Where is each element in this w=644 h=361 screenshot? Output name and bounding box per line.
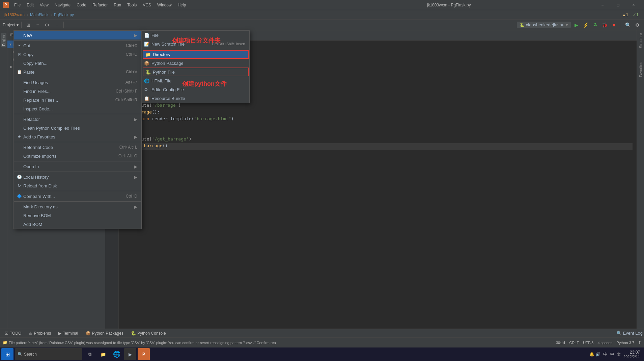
cm-item-favorites[interactable]: ★ Add to Favorites ▶ bbox=[14, 132, 141, 141]
code-29 bbox=[123, 130, 633, 136]
chevron-down-icon: ▾ bbox=[566, 22, 568, 27]
sm-item-pyfile[interactable]: 🐍 Python File bbox=[143, 68, 249, 76]
toolbar-separator bbox=[21, 22, 22, 28]
sm-item-resourcebundle[interactable]: 📋 Resource Bundle bbox=[142, 94, 249, 103]
menu-refactor[interactable]: Refactor bbox=[90, 2, 110, 8]
cm-item-removebom[interactable]: Remove BOM bbox=[14, 211, 141, 220]
line-col-indicator[interactable]: 30:14 bbox=[556, 341, 565, 345]
project-name[interactable]: jk1803wxm bbox=[4, 12, 25, 17]
toolbar-icon3[interactable]: ⚙ bbox=[43, 21, 51, 29]
removebom-icon bbox=[17, 213, 22, 218]
crlf-indicator[interactable]: CRLF bbox=[569, 341, 579, 345]
file-explorer-btn[interactable]: 📁 bbox=[97, 348, 109, 360]
optimizeimports-icon bbox=[17, 153, 22, 159]
tab-problems[interactable]: ⚠ Problems bbox=[25, 330, 54, 337]
debug-button[interactable]: 🐞 bbox=[600, 21, 609, 29]
start-button[interactable]: ⊞ bbox=[1, 348, 13, 360]
findinfiles-shortcut: Ctrl+Shift+F bbox=[116, 89, 137, 94]
sm-item-htmlfile[interactable]: 🌐 HTML File bbox=[142, 76, 249, 85]
check-badge: ✓1 bbox=[633, 12, 639, 17]
menu-run[interactable]: Run bbox=[111, 2, 124, 8]
minimize-button[interactable]: − bbox=[595, 0, 610, 10]
cm-item-cut[interactable]: ✂ Cut Ctrl+X bbox=[14, 41, 141, 50]
stop-button[interactable]: ■ bbox=[610, 21, 618, 29]
settings-button[interactable]: ⚙ bbox=[633, 21, 641, 29]
cm-item-optimizeimports[interactable]: Optimize Imports Ctrl+Alt+O bbox=[14, 152, 141, 160]
refactor-arrow: ▶ bbox=[134, 117, 137, 122]
menu-navigate[interactable]: Navigate bbox=[52, 2, 73, 8]
cm-item-addbom[interactable]: Add BOM bbox=[14, 220, 141, 229]
menu-window[interactable]: Window bbox=[155, 2, 174, 8]
cm-addbom-label: Add BOM bbox=[23, 222, 42, 227]
cm-markdiras-label: Mark Directory as bbox=[23, 204, 58, 209]
cm-item-findusages[interactable]: Find Usages Alt+F7 bbox=[14, 78, 141, 87]
project-tab-label[interactable]: Project bbox=[1, 33, 6, 47]
close-button[interactable]: × bbox=[626, 0, 641, 10]
encoding-indicator[interactable]: UTF-8 bbox=[583, 341, 593, 345]
cm-item-markdiras[interactable]: Mark Directory as ▶ bbox=[14, 202, 141, 211]
cm-item-copypath[interactable]: Copy Path... bbox=[14, 59, 141, 68]
cm-item-reloadfromdisk[interactable]: ↻ Reload from Disk bbox=[14, 181, 141, 190]
cm-item-openin[interactable]: Open In ▶ bbox=[14, 162, 141, 171]
sm-item-editorconfig[interactable]: ⚙ EditorConfig File bbox=[142, 85, 249, 94]
tray-ime[interactable]: 中 bbox=[603, 351, 608, 357]
cm-item-replaceinfiles[interactable]: Replace in Files... Ctrl+Shift+R bbox=[14, 96, 141, 104]
cm-item-findinfiles[interactable]: Find in Files... Ctrl+Shift+F bbox=[14, 87, 141, 96]
cm-item-inspectcode[interactable]: Inspect Code... bbox=[14, 104, 141, 113]
tab-terminal[interactable]: ▶ Terminal bbox=[55, 330, 81, 337]
cm-inspectcode-label: Inspect Code... bbox=[23, 106, 53, 111]
menu-file[interactable]: File bbox=[11, 2, 23, 8]
run-config[interactable]: 🐍 xiaoshenkedejiushu ▾ bbox=[517, 22, 571, 28]
sm-item-directory[interactable]: 📁 Directory bbox=[143, 50, 249, 59]
cm-item-new[interactable]: New ▶ bbox=[14, 31, 141, 40]
cm-item-cleanpyc[interactable]: Clean Python Compiled Files bbox=[14, 124, 141, 132]
cm-item-paste[interactable]: 📋 Paste Ctrl+V bbox=[14, 68, 141, 76]
cm-item-copy[interactable]: ⎘ Copy Ctrl+C bbox=[14, 50, 141, 59]
sm-item-scratchfile[interactable]: 📝 New Scratch File Ctrl+Alt+Shift+Insert bbox=[142, 40, 249, 48]
profile-button[interactable]: ⚡ bbox=[582, 21, 590, 29]
toolbar-icon1[interactable]: ⊞ bbox=[24, 21, 32, 29]
maximize-button[interactable]: □ bbox=[610, 0, 626, 10]
favorites-arrow: ▶ bbox=[134, 134, 137, 139]
tab-pyconsole[interactable]: 🐍 Python Console bbox=[128, 330, 169, 337]
indent-indicator[interactable]: 4 spaces bbox=[597, 341, 612, 345]
search-taskbar[interactable]: 🔍 Search bbox=[15, 348, 82, 360]
favorites-label[interactable]: Favorites bbox=[639, 62, 643, 77]
toolbar-icon4[interactable]: − bbox=[53, 21, 61, 29]
cm-item-refactor[interactable]: Refactor ▶ bbox=[14, 115, 141, 124]
compare-icon: 🔷 bbox=[17, 194, 22, 199]
structure-label[interactable]: Structure bbox=[639, 33, 643, 48]
menu-view[interactable]: View bbox=[37, 2, 51, 8]
menu-tools[interactable]: Tools bbox=[124, 2, 139, 8]
taskview-button[interactable]: ⧉ bbox=[84, 348, 96, 360]
run-config-icon: 🐍 bbox=[520, 23, 525, 27]
todo-icon: ☑ bbox=[5, 331, 8, 336]
toolbar-icon2[interactable]: ≡ bbox=[34, 21, 42, 29]
copy-icon: ⎘ bbox=[17, 52, 22, 57]
cmd-btn[interactable]: ▶ bbox=[124, 348, 136, 360]
cm-item-reformat[interactable]: Reformat Code Ctrl+Alt+L bbox=[14, 143, 141, 152]
cm-item-comparewith[interactable]: 🔷 Compare With... Ctrl+D bbox=[14, 192, 141, 201]
menu-edit[interactable]: Edit bbox=[24, 2, 36, 8]
menu-help[interactable]: Help bbox=[175, 2, 189, 8]
pycharm-taskbar-btn[interactable]: P bbox=[138, 348, 150, 360]
menu-vcs[interactable]: VCS bbox=[140, 2, 154, 8]
breadcrumb: jk1803wxm › MainFlask › PgFlask.py ▲1 ✓1 bbox=[0, 10, 644, 20]
chrome-btn[interactable]: 🌐 bbox=[111, 348, 123, 360]
tab-pypkgs[interactable]: 📦 Python Packages bbox=[82, 330, 127, 337]
event-log-label[interactable]: 🔍 Event Log bbox=[616, 331, 643, 336]
file-name[interactable]: PgFlask.py bbox=[54, 12, 74, 17]
tab-todo[interactable]: ☑ TODO bbox=[1, 330, 25, 337]
python-version[interactable]: Python 3.7 bbox=[616, 341, 634, 345]
header-icon1[interactable]: ⊞ bbox=[10, 32, 13, 37]
coverage-button[interactable]: ☘ bbox=[591, 21, 599, 29]
search-button[interactable]: 🔍 bbox=[624, 21, 632, 29]
sm-item-file[interactable]: 📄 File bbox=[142, 31, 249, 40]
sm-item-pypkg[interactable]: 📦 Python Package bbox=[142, 59, 249, 68]
run-button[interactable]: ▶ bbox=[572, 21, 580, 29]
menu-code[interactable]: Code bbox=[74, 2, 89, 8]
cm-item-localhistory[interactable]: 🕐 Local History ▶ bbox=[14, 173, 141, 181]
pypkgs-label: Python Packages bbox=[92, 331, 123, 336]
folder-name[interactable]: MainFlask bbox=[30, 12, 49, 17]
sm-scratch-label: New Scratch File bbox=[151, 42, 185, 47]
